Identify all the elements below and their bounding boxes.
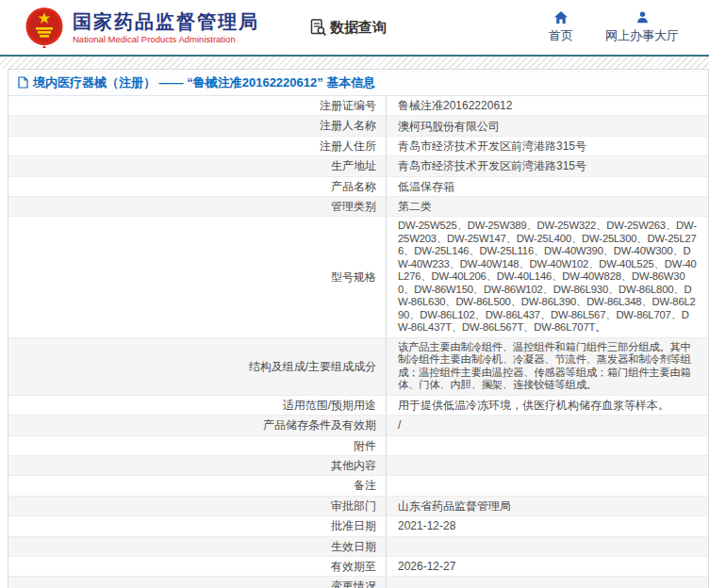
row-value: 青岛市经济技术开发区前湾港路315号 bbox=[386, 137, 708, 155]
content-box: 境内医疗器械（注册） —— “鲁械注准20162220612” 基本信息 注册证… bbox=[8, 69, 709, 588]
table-row: 适用范围/预期用途 用于提供低温冷冻环境，供医疗机构储存血浆等样本。 bbox=[8, 396, 708, 416]
page-title: 境内医疗器械（注册） —— “鲁械注准20162220612” 基本信息 bbox=[33, 74, 375, 91]
table-row: 附件 bbox=[8, 436, 708, 456]
document-icon bbox=[18, 76, 28, 89]
nav-online-hall-label: 网上办事大厅 bbox=[605, 27, 679, 44]
table-row: 注册证编号 鲁械注准20162220612 bbox=[8, 96, 708, 116]
row-label: 批准日期 bbox=[8, 516, 386, 535]
row-value: 澳柯玛股份有限公司 bbox=[386, 116, 708, 135]
page-title-bar: 境内医疗器械（注册） —— “鲁械注准20162220612” 基本信息 bbox=[8, 70, 708, 96]
doc-search-icon bbox=[308, 18, 327, 37]
table-row: 生效日期 bbox=[8, 537, 708, 557]
table-row: 管理类别 第二类 bbox=[8, 197, 708, 217]
data-query-button[interactable]: 数据查询 bbox=[308, 18, 387, 37]
row-value: / bbox=[386, 416, 708, 434]
table-row: 备注 bbox=[8, 476, 708, 496]
row-label: 型号规格 bbox=[8, 217, 386, 337]
table-row: 生产地址 青岛市经济技术开发区前湾港路315号 bbox=[8, 156, 708, 176]
table-row: 结构及组成/主要组成成分 该产品主要由制冷组件、温控组件和箱门组件三部分组成。其… bbox=[8, 338, 708, 396]
header: 国家药品监督管理局 National Medical Products Admi… bbox=[0, 0, 709, 55]
table-row: 产品储存条件及有效期 / bbox=[8, 416, 708, 435]
table-row: 审批部门 山东省药品监督管理局 bbox=[8, 497, 708, 516]
table-row: 型号规格 DW-25W525、DW-25W389、DW-25W322、DW-25… bbox=[8, 217, 708, 338]
agency-name: 国家药品监督管理局 bbox=[73, 11, 259, 32]
row-value bbox=[386, 456, 708, 475]
row-value bbox=[386, 537, 708, 556]
row-value: 青岛市经济技术开发区前湾港路315号 bbox=[386, 156, 708, 175]
row-label: 其他内容 bbox=[8, 456, 386, 475]
row-label: 附件 bbox=[8, 436, 386, 455]
row-label: 审批部门 bbox=[8, 497, 386, 515]
row-label: 结构及组成/主要组成成分 bbox=[8, 338, 386, 395]
info-table: 注册证编号 鲁械注准20162220612 注册人名称 澳柯玛股份有限公司 注册… bbox=[8, 96, 708, 588]
row-label: 有效期至 bbox=[8, 557, 386, 576]
row-value: 2021-12-28 bbox=[386, 516, 708, 535]
table-row: 变更情况 bbox=[8, 577, 708, 588]
nav-home[interactable]: 首页 bbox=[549, 10, 573, 44]
row-label: 备注 bbox=[8, 476, 386, 495]
row-value: 该产品主要由制冷组件、温控组件和箱门组件三部分组成。其中制冷组件主要由制冷机、冷… bbox=[386, 338, 708, 395]
stripe-band bbox=[0, 57, 709, 69]
agency-logo: 国家药品监督管理局 National Medical Products Admi… bbox=[25, 7, 259, 48]
row-value: 低温保存箱 bbox=[386, 177, 708, 196]
nav-home-label: 首页 bbox=[549, 27, 573, 44]
table-row: 其他内容 bbox=[8, 456, 708, 476]
nav-online-hall[interactable]: 网上办事大厅 bbox=[605, 10, 679, 44]
row-label: 产品名称 bbox=[8, 177, 386, 196]
table-row: 注册人名称 澳柯玛股份有限公司 bbox=[8, 116, 708, 136]
table-row: 有效期至 2026-12-27 bbox=[8, 557, 708, 577]
row-label: 产品储存条件及有效期 bbox=[8, 416, 386, 434]
row-value bbox=[386, 436, 708, 455]
nmpa-emblem-icon bbox=[25, 7, 64, 48]
row-label: 管理类别 bbox=[8, 197, 386, 216]
table-row: 注册人住所 青岛市经济技术开发区前湾港路315号 bbox=[8, 137, 708, 156]
row-label: 适用范围/预期用途 bbox=[8, 396, 386, 415]
row-label: 注册人名称 bbox=[8, 116, 386, 135]
row-label: 生产地址 bbox=[8, 156, 386, 175]
row-value bbox=[386, 577, 708, 588]
top-nav: 首页 网上办事大厅 bbox=[549, 10, 692, 44]
row-value: 第二类 bbox=[386, 197, 708, 216]
row-value bbox=[386, 476, 708, 495]
data-query-label: 数据查询 bbox=[330, 19, 387, 37]
row-label: 生效日期 bbox=[8, 537, 386, 556]
row-value: 2026-12-27 bbox=[386, 557, 708, 576]
table-row: 批准日期 2021-12-28 bbox=[8, 516, 708, 536]
row-label: 注册证编号 bbox=[8, 96, 386, 115]
row-label: 变更情况 bbox=[8, 577, 386, 588]
person-icon bbox=[635, 10, 650, 24]
row-value: DW-25W525、DW-25W389、DW-25W322、DW-25W263、… bbox=[386, 217, 708, 337]
row-value: 用于提供低温冷冻环境，供医疗机构储存血浆等样本。 bbox=[386, 396, 708, 415]
table-row: 产品名称 低温保存箱 bbox=[8, 177, 708, 197]
home-icon bbox=[553, 10, 569, 24]
row-value: 鲁械注准20162220612 bbox=[386, 96, 708, 115]
agency-name-en: National Medical Products Administration bbox=[73, 34, 259, 44]
row-value: 山东省药品监督管理局 bbox=[386, 497, 708, 515]
row-label: 注册人住所 bbox=[8, 137, 386, 155]
